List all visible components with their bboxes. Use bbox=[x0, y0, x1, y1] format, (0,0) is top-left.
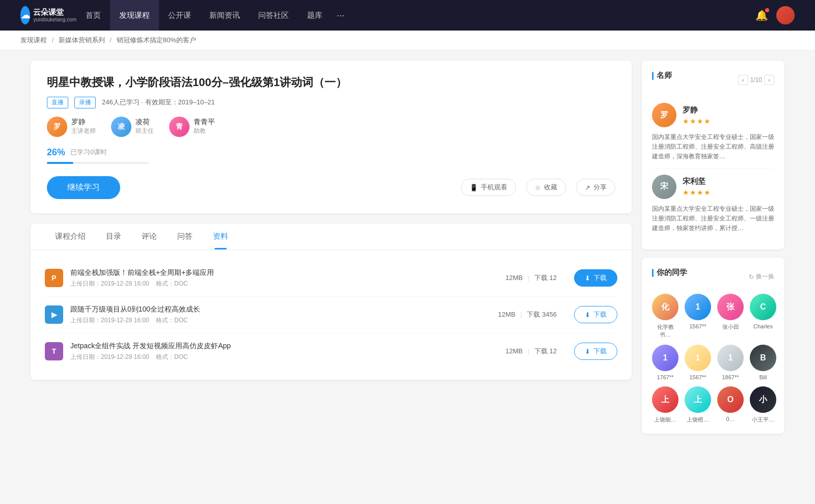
teacher-1: 罗 罗静 主讲老师 bbox=[47, 117, 96, 137]
classmate-6-avatar: 1 bbox=[685, 345, 711, 371]
star-icon: ☆ bbox=[535, 184, 541, 191]
teachers-next-button[interactable]: › bbox=[764, 75, 774, 85]
classmate-12: 小 小王平… bbox=[750, 386, 776, 424]
tag-live: 直播 bbox=[47, 97, 68, 108]
teacher-3-name: 青青平 bbox=[194, 118, 215, 127]
nav-item-news[interactable]: 新闻资讯 bbox=[200, 0, 249, 31]
classmates-sidebar-title: 你的同学 bbox=[652, 268, 687, 277]
teacher-3: 青 青青平 助教 bbox=[169, 117, 215, 137]
user-avatar[interactable] bbox=[776, 6, 795, 24]
teachers-row: 罗 罗静 主讲老师 凌 凌荷 班主任 青 青青平 bbox=[47, 117, 615, 137]
breadcrumb-sep2: / bbox=[110, 36, 113, 44]
collect-button[interactable]: ☆ 收藏 bbox=[526, 179, 566, 196]
file-stats-2: 12MB | 下载 3456 bbox=[488, 310, 567, 319]
classmates-grid: 化 化学教书… 1 1567** 张 张小田 C Charles 1 176 bbox=[652, 294, 774, 424]
classmate-11-avatar: O bbox=[717, 386, 744, 413]
teacher-3-avatar: 青 bbox=[169, 117, 189, 137]
breadcrumb-discover[interactable]: 发现课程 bbox=[20, 36, 47, 44]
refresh-classmates-button[interactable]: ↻ 换一换 bbox=[749, 272, 774, 281]
download-icon-2: ⬇ bbox=[585, 311, 590, 319]
teachers-sidebar-title: 名师 bbox=[652, 71, 672, 80]
nav-more-button[interactable]: ··· bbox=[332, 0, 349, 31]
content-area: 明星中教授课，小学阶段语法100分–强化级第1讲动词（一） 直播 录播 246人… bbox=[31, 61, 632, 442]
teachers-prev-button[interactable]: ‹ bbox=[738, 75, 748, 85]
action-buttons: 📱 手机观看 ☆ 收藏 ↗ 分享 bbox=[461, 179, 615, 196]
teacher-card-2-name: 宋利坚 bbox=[683, 177, 711, 186]
file-icon-1: P bbox=[45, 269, 63, 287]
tab-materials[interactable]: 资料 bbox=[203, 223, 238, 249]
tab-intro[interactable]: 课程介绍 bbox=[45, 223, 96, 249]
classmate-4-name: Charles bbox=[753, 323, 773, 329]
mobile-icon: 📱 bbox=[470, 184, 478, 191]
download-button-2[interactable]: ⬇ 下载 bbox=[574, 306, 617, 323]
breadcrumb: 发现课程 / 新媒体营销系列 / 销冠修炼术搞定80%的客户 bbox=[0, 31, 815, 50]
progress-bar bbox=[47, 162, 149, 164]
nav-item-qa[interactable]: 问答社区 bbox=[249, 0, 298, 31]
nav-item-discover[interactable]: 发现课程 bbox=[110, 0, 159, 31]
classmate-7-name: 1867** bbox=[722, 374, 739, 380]
progress-percent: 26% bbox=[47, 147, 65, 158]
breadcrumb-sep1: / bbox=[52, 36, 56, 44]
share-button[interactable]: ↗ 分享 bbox=[576, 179, 615, 196]
teacher-card-1-name: 罗静 bbox=[683, 105, 711, 115]
teacher-card-1: 罗 罗静 ★★★★ 国内某重点大学安全工程专业硕士，国家一级注册消防工程师、注册… bbox=[652, 97, 774, 169]
tab-comments[interactable]: 评论 bbox=[131, 223, 167, 249]
teacher-1-name: 罗静 bbox=[71, 118, 96, 127]
classmate-10-avatar: 上 bbox=[685, 386, 711, 413]
tab-qa[interactable]: 问答 bbox=[167, 223, 203, 249]
breadcrumb-series[interactable]: 新媒体营销系列 bbox=[59, 36, 105, 44]
file-icon-2: ▶ bbox=[45, 305, 63, 324]
course-card: 明星中教授课，小学阶段语法100分–强化级第1讲动词（一） 直播 录播 246人… bbox=[31, 61, 632, 213]
classmate-3-name: 张小田 bbox=[722, 323, 739, 331]
teacher-card-2-desc: 国内某重点大学安全工程专业硕士，国家一级注册消防工程师、注册安全工程师、一级注册… bbox=[652, 204, 774, 234]
classmate-3: 张 张小田 bbox=[717, 294, 744, 339]
continue-button[interactable]: 继续学习 bbox=[47, 176, 120, 199]
classmate-8-avatar: B bbox=[750, 345, 776, 371]
download-button-1[interactable]: ⬇ 下载 bbox=[574, 269, 617, 287]
teacher-2-role: 班主任 bbox=[135, 127, 154, 135]
tab-catalog[interactable]: 目录 bbox=[96, 223, 131, 249]
classmate-11-name: 0… bbox=[726, 416, 735, 422]
nav-item-home[interactable]: 首页 bbox=[76, 0, 110, 31]
breadcrumb-current[interactable]: 销冠修炼术搞定80%的客户 bbox=[117, 36, 196, 44]
classmate-2-name: 1567** bbox=[689, 323, 706, 329]
course-title: 明星中教授课，小学阶段语法100分–强化级第1讲动词（一） bbox=[47, 75, 615, 91]
nav-right: 🔔 bbox=[755, 6, 795, 24]
download-button-3[interactable]: ⬇ 下载 bbox=[574, 343, 617, 360]
file-stats-3: 12MB | 下载 12 bbox=[495, 347, 567, 356]
classmate-4-avatar: C bbox=[750, 294, 776, 320]
navbar: ☁ 云朵课堂 yundouketang.com 首页 发现课程 公开课 新闻资讯… bbox=[0, 0, 815, 31]
tabs-content: P 前端全栈加强版！前端全栈+全周期+多端应用 上传日期：2019-12-28 … bbox=[31, 250, 632, 380]
mobile-watch-button[interactable]: 📱 手机观看 bbox=[461, 179, 516, 196]
classmate-5-name: 1767** bbox=[657, 374, 673, 380]
logo-icon: ☁ bbox=[20, 6, 30, 24]
teacher-card-1-avatar: 罗 bbox=[652, 103, 676, 127]
teacher-card-2-stars: ★★★★ bbox=[683, 188, 711, 197]
teachers-pagination: ‹ 1/10 › bbox=[738, 75, 774, 85]
refresh-icon: ↻ bbox=[749, 273, 754, 281]
tag-record: 录播 bbox=[74, 97, 96, 108]
share-icon: ↗ bbox=[585, 184, 590, 191]
file-info-1: 前端全栈加强版！前端全栈+全周期+多端应用 上传日期：2019-12-28 16… bbox=[70, 268, 488, 288]
sidebar: 名师 ‹ 1/10 › 罗 罗静 ★★★★ bbox=[642, 61, 784, 442]
file-name-3: Jetpack全组件实战 开发短视频应用高仿皮皮虾App bbox=[70, 342, 488, 351]
course-meta-text: 246人已学习 · 有效期至：2019–10–21 bbox=[102, 98, 215, 107]
classmate-11: O 0… bbox=[717, 386, 744, 424]
classmate-8-name: Bill bbox=[759, 374, 767, 380]
classmate-5-avatar: 1 bbox=[652, 345, 678, 371]
notification-bell[interactable]: 🔔 bbox=[755, 9, 768, 21]
file-item-2: ▶ 跟随千万级项目从0到100全过程高效成长 上传日期：2019-12-28 1… bbox=[45, 297, 617, 333]
teacher-1-role: 主讲老师 bbox=[71, 127, 96, 135]
file-info-2: 跟随千万级项目从0到100全过程高效成长 上传日期：2019-12-28 16:… bbox=[70, 305, 481, 325]
progress-section: 26% 已学习0课时 bbox=[47, 147, 615, 164]
classmate-2: 1 1567** bbox=[685, 294, 711, 339]
file-info-3: Jetpack全组件实战 开发短视频应用高仿皮皮虾App 上传日期：2019-1… bbox=[70, 342, 488, 361]
nav-item-questions[interactable]: 题库 bbox=[298, 0, 332, 31]
classmate-2-avatar: 1 bbox=[685, 294, 711, 320]
logo[interactable]: ☁ 云朵课堂 yundouketang.com bbox=[20, 5, 76, 25]
progress-fill bbox=[47, 162, 73, 164]
classmate-6-name: 1567** bbox=[689, 374, 706, 380]
nav-item-open[interactable]: 公开课 bbox=[159, 0, 200, 31]
teacher-card-1-stars: ★★★★ bbox=[683, 117, 711, 125]
teacher-2: 凌 凌荷 班主任 bbox=[111, 117, 154, 137]
